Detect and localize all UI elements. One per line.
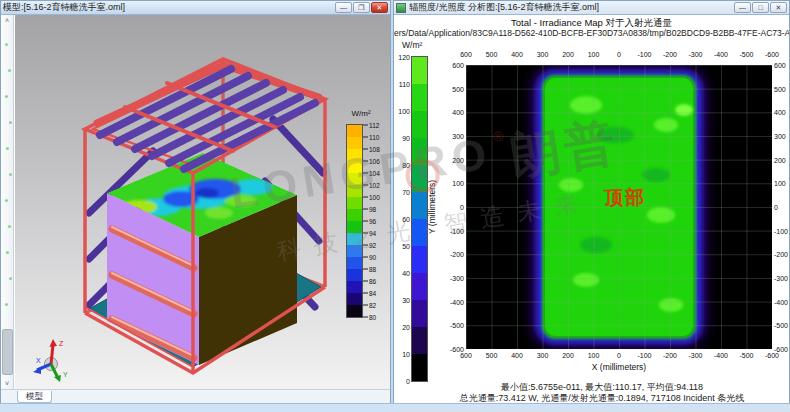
tick-label: 500 [486, 352, 498, 359]
tick-label: -100 [637, 352, 651, 359]
map-unit-label: W/m² [402, 40, 422, 50]
tick-label: 94 [363, 230, 376, 237]
left-legend-ticks: 1121101081061041021009896949290888684828… [363, 125, 391, 317]
map-window-titlebar[interactable]: 辐照度/光照度 分析图:[5.16-2育特糖洗手室.oml] — □ ✕ [394, 1, 789, 15]
irradiance-heatmap[interactable]: 顶部 [466, 65, 772, 349]
tick-label: 600 [460, 51, 472, 58]
model-viewport[interactable]: W/m² 11211010810610410210098969492908886… [15, 15, 391, 391]
tick-label: -200 [450, 251, 464, 258]
tick-label: -500 [450, 322, 464, 329]
minimize-button[interactable]: — [335, 2, 352, 13]
tick-label: 84 [363, 290, 376, 297]
maximize-button[interactable]: □ [752, 2, 769, 13]
tick-label: 300 [537, 352, 549, 359]
color-scale-segment [347, 269, 362, 281]
tick-label: 20 [402, 324, 410, 331]
tick-label: 50 [402, 243, 410, 250]
tick-label: 80 [402, 162, 410, 169]
tick-label: 110 [399, 81, 410, 88]
tick-label: 400 [452, 109, 464, 116]
svg-text:Y: Y [63, 371, 68, 378]
color-scale-segment [347, 305, 362, 317]
left-legend-bar [347, 125, 362, 317]
tick-label: 90 [402, 135, 410, 142]
tick-label: 200 [774, 156, 786, 163]
tick-label: -500 [739, 51, 753, 58]
color-scale-segment [347, 197, 362, 209]
tick-label: 96 [363, 218, 376, 225]
color-scale-segment [347, 245, 362, 257]
tick-label: 0 [460, 204, 464, 211]
tick-label: 10 [402, 351, 410, 358]
color-scale-segment [412, 246, 427, 273]
tick-label: 0 [617, 51, 621, 58]
tick-label: 600 [460, 352, 472, 359]
tick-label: -100 [450, 227, 464, 234]
color-scale-segment [347, 293, 362, 305]
right-colorbar-ticks: 1201101009080706050403020100 [394, 57, 410, 381]
close-button[interactable]: ✕ [770, 2, 787, 13]
color-scale-segment [347, 161, 362, 173]
tick-label: 120 [398, 54, 410, 61]
tick-label: 400 [511, 51, 523, 58]
tick-label: 102 [363, 182, 380, 189]
tick-label: 500 [486, 51, 498, 58]
tick-label: 98 [363, 206, 376, 213]
tick-label: -400 [774, 298, 788, 305]
tick-label: 400 [774, 109, 786, 116]
color-scale-segment [347, 137, 362, 149]
tick-label: -200 [774, 251, 788, 258]
tick-label: -300 [688, 352, 702, 359]
model-tree-strip[interactable]: ˄ ˅ [1, 15, 14, 389]
tick-label: 200 [562, 352, 574, 359]
legend-unit-label: W/m² [339, 109, 383, 118]
color-scale-segment [347, 149, 362, 161]
tick-label: 112 [363, 122, 379, 129]
tick-label: 0 [774, 204, 778, 211]
color-scale-segment [347, 257, 362, 269]
tick-label: 600 [774, 62, 786, 69]
scrollbar-thumb[interactable] [2, 329, 13, 375]
chart-window-icon [396, 3, 406, 13]
tick-label: 82 [363, 302, 376, 309]
scroll-down-icon[interactable]: ˅ [1, 380, 13, 387]
tick-label: -300 [774, 275, 788, 282]
tick-label: 300 [537, 51, 549, 58]
color-scale-segment [412, 138, 427, 165]
tick-label: 100 [774, 180, 786, 187]
minimize-button[interactable]: — [734, 2, 751, 13]
close-button[interactable]: ✕ [371, 2, 388, 13]
tick-label: -600 [765, 352, 779, 359]
svg-text:X: X [36, 357, 41, 364]
bottom-tab-bar: 模型 [1, 389, 390, 403]
scroll-up-icon[interactable]: ˄ [1, 17, 13, 24]
tick-label: -400 [450, 298, 464, 305]
tick-label: -300 [688, 51, 702, 58]
color-scale-segment [347, 185, 362, 197]
tick-label: 200 [452, 156, 464, 163]
irradiance-map-window: 辐照度/光照度 分析图:[5.16-2育特糖洗手室.oml] — □ ✕ Tot… [393, 0, 790, 404]
tree-item-dots [5, 43, 8, 46]
tick-label: 0 [406, 378, 410, 385]
tick-label: 200 [562, 51, 574, 58]
tick-label: 108 [363, 146, 380, 153]
restore-button[interactable]: ❐ [353, 2, 370, 13]
tick-label: 70 [402, 189, 410, 196]
svg-text:Z: Z [59, 340, 64, 347]
tick-label: 90 [363, 254, 376, 261]
tick-label: 500 [774, 85, 786, 92]
tick-label: 92 [363, 242, 376, 249]
color-scale-segment [412, 111, 427, 138]
x-axis-bottom-ticks: 6005004003002001000-100-200-300-400-500-… [466, 352, 772, 362]
tick-label: -100 [774, 227, 788, 234]
tick-label: 300 [452, 133, 464, 140]
tab-model[interactable]: 模型 [17, 391, 52, 403]
tick-label: 40 [402, 270, 410, 277]
color-scale-segment [347, 281, 362, 293]
tick-label: 500 [452, 85, 464, 92]
model-window-titlebar[interactable]: 模型:[5.16-2育特糖洗手室.oml] — ❐ ✕ [1, 1, 390, 15]
tick-label: 86 [363, 278, 376, 285]
tick-label: -400 [714, 51, 728, 58]
color-scale-segment [347, 209, 362, 221]
tick-label: 100 [588, 51, 600, 58]
